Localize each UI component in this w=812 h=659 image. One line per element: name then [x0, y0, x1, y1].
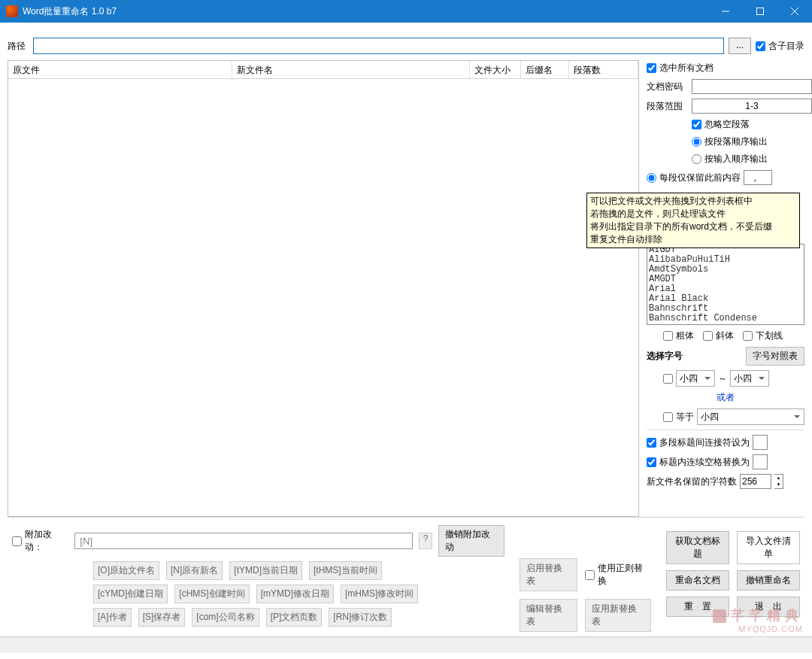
maximize-button[interactable] [743, 0, 777, 23]
underline-checkbox[interactable]: 下划线 [743, 330, 783, 342]
undo-append-button[interactable]: 撤销附加改动 [438, 525, 504, 557]
space-replace-input[interactable] [753, 454, 768, 469]
space-replace-checkbox[interactable]: 标题内连续空格替换为 [647, 456, 750, 469]
title-bar: Word批量重命名 1.0 b7 [0, 0, 812, 23]
size-equals-select[interactable]: 小四 [697, 408, 804, 425]
include-subdirs-checkbox[interactable]: 含子目录 [756, 40, 804, 53]
keep-before-input[interactable] [744, 170, 772, 185]
password-label: 文档密码 [647, 80, 689, 93]
select-size-label: 选择字号 [647, 350, 683, 363]
append-change-checkbox[interactable]: 附加改动： [12, 528, 68, 554]
tag-cdate[interactable]: [cYMD]创建日期 [93, 585, 168, 603]
path-input[interactable] [33, 38, 724, 54]
apply-replace-button[interactable]: 应用新替换表 [585, 599, 651, 632]
tag-pages[interactable]: [P]文档页数 [266, 608, 323, 627]
col-size[interactable]: 文件大小 [470, 61, 521, 78]
exit-button[interactable]: 退 出 [737, 597, 800, 617]
range-label: 段落范围 [647, 100, 689, 113]
tag-newname[interactable]: [N]原有新名 [166, 561, 223, 580]
italic-checkbox[interactable]: 斜体 [703, 330, 734, 342]
status-bar [0, 636, 812, 653]
tag-original[interactable]: [O]原始文件名 [93, 561, 159, 580]
tag-company[interactable]: [com]公司名称 [192, 608, 259, 627]
drag-tooltip: 可以把文件或文件夹拖拽到文件列表框中若拖拽的是文件，则只处理该文件将列出指定目录… [586, 193, 800, 248]
svg-rect-1 [757, 8, 764, 15]
close-button[interactable] [777, 0, 812, 23]
options-panel: 选中所有文档 文档密码 段落范围 忽略空段落 按段落顺序输出 按输入顺序输出 每… [647, 60, 804, 517]
get-title-button[interactable]: 获取文档标题 [666, 531, 729, 564]
use-regex-checkbox[interactable]: 使用正则替换 [585, 562, 650, 588]
minimize-button[interactable] [708, 0, 743, 23]
multi-separator-input[interactable] [753, 435, 768, 450]
select-all-checkbox[interactable]: 选中所有文档 [647, 62, 804, 74]
col-original[interactable]: 原文件 [8, 61, 232, 78]
path-label: 路径 [8, 40, 29, 53]
tag-revisions[interactable]: [RN]修订次数 [329, 608, 392, 627]
grid-header: 原文件 新文件名 文件大小 后缀名 段落数 [8, 61, 638, 79]
size-equals-checkbox[interactable]: 等于 [663, 411, 694, 424]
window-title: Word批量重命名 1.0 b7 [23, 5, 708, 18]
size-range-checkbox[interactable] [663, 374, 673, 384]
col-ext[interactable]: 后缀名 [521, 61, 569, 78]
tag-mtime[interactable]: [mHMS]修改时间 [341, 585, 418, 603]
file-list-grid[interactable]: 原文件 新文件名 文件大小 后缀名 段落数 [8, 60, 639, 517]
tag-curtime[interactable]: [tHMS]当前时间 [309, 561, 382, 580]
size-chart-button[interactable]: 字号对照表 [746, 347, 804, 366]
skip-empty-checkbox[interactable]: 忽略空段落 [692, 118, 804, 131]
enable-replace-button[interactable]: 启用替换表 [520, 558, 577, 591]
tag-mdate[interactable]: [mYMD]修改日期 [256, 585, 334, 603]
undo-rename-button[interactable]: 撤销重命名 [737, 570, 800, 591]
keep-chars-spinner[interactable]: ▲▼ [774, 474, 783, 489]
tag-saver[interactable]: [S]保存者 [138, 608, 186, 627]
tag-curdate[interactable]: [tYMD]当前日期 [229, 561, 302, 580]
output-by-input-radio[interactable]: 按输入顺序输出 [692, 153, 804, 166]
pattern-input[interactable] [74, 533, 413, 549]
tag-author[interactable]: [A]作者 [93, 608, 132, 627]
password-input[interactable] [692, 79, 812, 94]
col-newname[interactable]: 新文件名 [232, 61, 470, 78]
browse-button[interactable]: ... [729, 38, 751, 54]
font-list[interactable]: AIGDTAlibabaPuHuiTiHAmdtSymbolsAMGDTAria… [647, 244, 804, 325]
reset-button[interactable]: 重 置 [666, 597, 729, 617]
bold-checkbox[interactable]: 粗体 [663, 330, 694, 342]
keep-before-radio[interactable]: 每段仅保留此前内容 [647, 172, 741, 184]
app-icon [6, 5, 18, 17]
output-by-paragraph-radio[interactable]: 按段落顺序输出 [692, 135, 804, 148]
help-button[interactable]: ? [419, 533, 432, 549]
col-paragraphs[interactable]: 段落数 [569, 61, 638, 78]
rename-button[interactable]: 重命名文档 [666, 570, 729, 591]
keep-chars-label: 新文件名保留的字符数 [647, 475, 737, 488]
keep-chars-input[interactable] [740, 474, 771, 489]
or-label: 或者 [647, 391, 804, 404]
range-input[interactable] [692, 99, 812, 114]
edit-replace-button[interactable]: 编辑替换表 [520, 599, 577, 632]
size-from-select[interactable]: 小四 [676, 370, 715, 387]
size-to-select[interactable]: 小四 [730, 370, 769, 387]
tag-ctime[interactable]: [cHMS]创建时间 [174, 585, 249, 603]
import-list-button[interactable]: 导入文件清单 [737, 531, 800, 564]
multi-separator-checkbox[interactable]: 多段标题间连接符设为 [647, 436, 750, 449]
